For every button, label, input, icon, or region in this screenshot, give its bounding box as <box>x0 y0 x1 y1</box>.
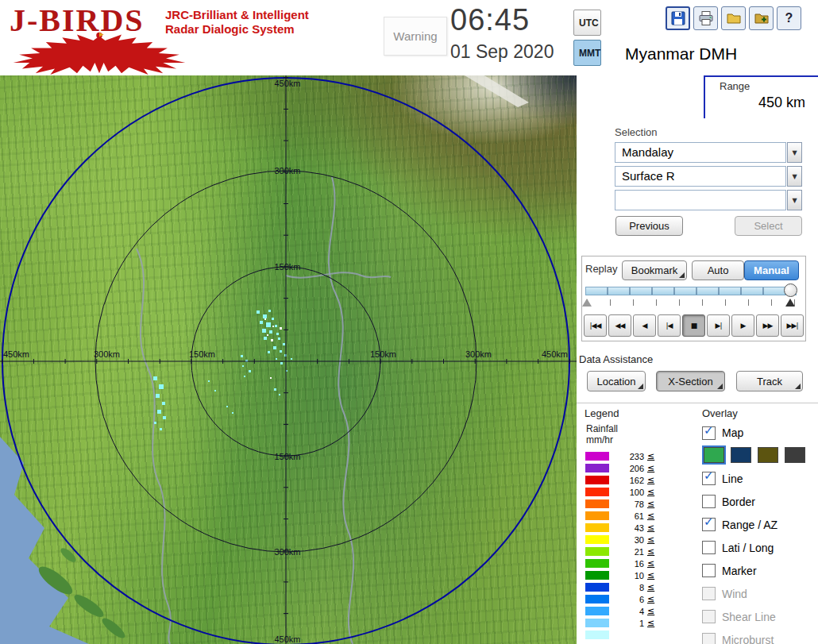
legend-label: Legend <box>585 407 619 419</box>
replay-timeline-track[interactable] <box>585 287 797 295</box>
legend-value: 10 <box>620 571 644 580</box>
legend-value: 1 <box>620 619 644 628</box>
bookmark-button[interactable]: Bookmark <box>622 260 687 280</box>
playback-stop-button[interactable]: ■ <box>682 314 705 337</box>
eagle-logo-icon <box>10 30 189 75</box>
checkbox[interactable] <box>702 495 716 508</box>
overlay-item-map[interactable]: ✓Map <box>702 422 818 443</box>
export-button[interactable] <box>749 6 774 30</box>
playback-skip-start-button[interactable]: |◀◀ <box>584 314 607 337</box>
open-folder-icon <box>726 10 742 26</box>
legend-row: 8≤ <box>585 581 654 593</box>
legend-value: 206 <box>620 464 644 473</box>
overlay-item-border[interactable]: Border <box>702 490 818 513</box>
previous-button[interactable]: Previous <box>615 216 683 236</box>
manual-button[interactable]: Manual <box>744 260 799 280</box>
save-button[interactable] <box>666 6 690 30</box>
track-button[interactable]: Track <box>736 371 803 391</box>
overlay-label: Overlay <box>702 407 738 419</box>
checkbox <box>702 633 716 644</box>
help-button[interactable]: ? <box>777 6 801 30</box>
legend-operator: ≤ <box>647 546 654 557</box>
playback-step-forward-button[interactable]: ▶| <box>707 314 730 337</box>
radar-map[interactable]: 450km300km150km150km300km450km450km300km… <box>0 75 577 644</box>
select-button[interactable]: Select <box>735 216 802 236</box>
overlay-item-range-az[interactable]: ✓Range / AZ <box>702 513 818 536</box>
legend-color-swatch <box>585 452 609 461</box>
overlay-item-lati-long[interactable]: Lati / Long <box>702 536 818 559</box>
x-section-button[interactable]: X-Section <box>656 371 725 391</box>
print-button[interactable] <box>693 6 718 30</box>
range-label: Range <box>720 80 750 92</box>
legend-operator: ≤ <box>647 618 654 628</box>
mmt-button[interactable]: MMT <box>573 40 601 66</box>
x-section-button-label: X-Section <box>668 376 712 388</box>
corner-mark-icon <box>717 384 723 389</box>
playback-rewind-button[interactable]: ◀◀ <box>608 314 631 337</box>
map-color-swatch-2[interactable] <box>758 447 778 463</box>
map-overlay-svg: 450km300km150km150km300km450km450km300km… <box>0 75 577 644</box>
timeline-position-marker[interactable] <box>785 299 795 307</box>
warning-status[interactable]: Warning <box>384 17 447 56</box>
chevron-down-icon[interactable]: ▼ <box>787 190 802 210</box>
legend-color-swatch <box>585 499 609 508</box>
legend-color-swatch <box>585 619 609 627</box>
playback-step-back-button[interactable]: |◀ <box>658 314 681 337</box>
checkbox[interactable]: ✓ <box>702 426 716 440</box>
location-button[interactable]: Location <box>587 371 646 391</box>
legend-operator: ≤ <box>647 582 654 592</box>
clock-date: 01 Sep 2020 <box>450 41 554 63</box>
corner-mark-icon <box>679 272 685 278</box>
map-color-swatch-1[interactable] <box>731 447 751 463</box>
legend-color-swatch <box>585 511 609 520</box>
playback-play-button[interactable]: ▶ <box>731 314 754 337</box>
legend-operator: ≤ <box>647 451 654 461</box>
auto-button[interactable]: Auto <box>692 260 744 280</box>
legend-operator: ≤ <box>647 594 654 604</box>
legend-color-swatch <box>585 631 609 639</box>
range-label: 450km <box>3 349 29 359</box>
chevron-down-icon[interactable]: ▼ <box>787 142 802 163</box>
data-assistance-label: Data Assistance <box>579 353 653 365</box>
overlay-item-line[interactable]: ✓Line <box>702 467 818 490</box>
overlay-item-marker[interactable]: Marker <box>702 559 818 582</box>
checkbox[interactable] <box>702 564 716 577</box>
legend-value: 162 <box>620 476 644 485</box>
open-button[interactable] <box>721 6 746 30</box>
legend-value: 233 <box>620 452 644 461</box>
chevron-down-icon[interactable]: ▼ <box>787 166 802 187</box>
playback-skip-end-button[interactable]: ▶▶| <box>781 314 804 337</box>
overlay-item-label: Shear Line <box>722 611 776 623</box>
header: J-BIRDS JRC-Brilliant & Intelligent Rada… <box>0 0 818 75</box>
product-dropdown[interactable]: Surface R <box>615 166 786 187</box>
range-label: 450km <box>274 79 300 88</box>
map-color-swatch-3[interactable] <box>785 447 805 463</box>
control-panel: Range 450 km Selection Mandalay ▼ Surfac… <box>577 75 818 644</box>
option-dropdown[interactable] <box>615 190 786 210</box>
site-dropdown[interactable]: Mandalay <box>615 142 786 163</box>
range-label: 300km <box>274 547 300 557</box>
timeline-start-marker[interactable] <box>582 299 592 307</box>
check-icon: ✓ <box>704 423 714 438</box>
overlay-options: ✓Map✓LineBorder✓Range / AZLati / LongMar… <box>702 422 818 644</box>
legend-value: 16 <box>620 559 644 569</box>
legend-value: 43 <box>620 523 644 533</box>
save-icon <box>670 10 686 26</box>
map-color-swatch-0[interactable] <box>704 447 724 463</box>
logo-subtitle-line1: JRC-Brilliant & Intelligent <box>165 8 309 22</box>
legend-color-swatch <box>585 559 609 568</box>
checkbox[interactable]: ✓ <box>702 518 716 531</box>
station-name: Myanmar DMH <box>625 44 737 64</box>
legend-color-swatch <box>585 583 609 592</box>
checkbox[interactable]: ✓ <box>702 472 716 485</box>
legend-operator: ≤ <box>647 606 654 616</box>
playback-fast-forward-button[interactable]: ▶▶ <box>756 314 779 337</box>
legend-operator: ≤ <box>647 558 654 569</box>
map-color-swatches <box>702 443 818 467</box>
utc-button[interactable]: UTC <box>573 10 601 36</box>
playback-play-reverse-button[interactable]: ◀ <box>633 314 656 337</box>
legend-operator: ≤ <box>647 475 654 485</box>
checkbox[interactable] <box>702 541 716 554</box>
legend-unit-line1: Rainfall <box>586 423 618 434</box>
replay-timeline-handle[interactable] <box>784 283 797 297</box>
